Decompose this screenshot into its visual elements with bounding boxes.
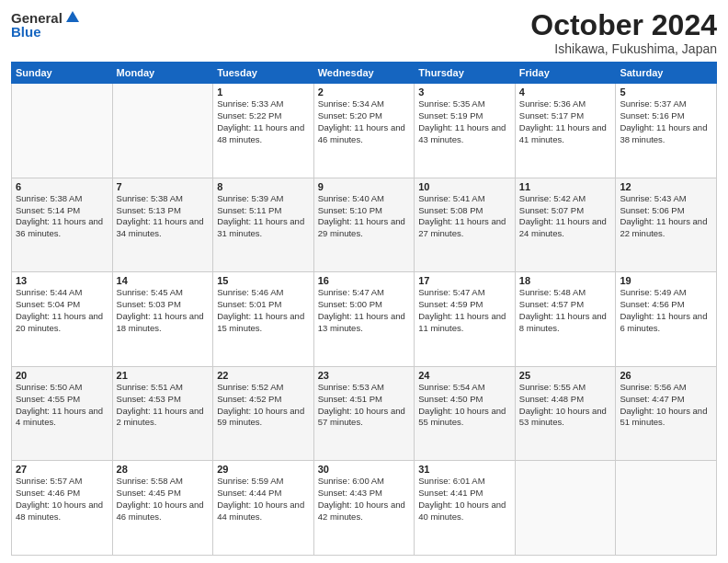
calendar-cell: 24 Sunrise: 5:54 AMSunset: 4:50 PMDaylig… (415, 366, 516, 461)
day-number: 7 (117, 181, 210, 192)
cell-info: Sunrise: 5:37 AMSunset: 5:16 PMDaylight:… (620, 98, 707, 144)
day-number: 3 (418, 86, 511, 98)
cell-info: Sunrise: 5:41 AMSunset: 5:08 PMDaylight:… (418, 193, 506, 238)
calendar-cell: 31 Sunrise: 6:01 AMSunset: 4:41 PMDaylig… (415, 461, 516, 556)
cell-info: Sunrise: 5:51 AMSunset: 4:53 PMDaylight:… (117, 382, 204, 427)
day-number: 6 (16, 181, 108, 192)
day-number: 1 (217, 86, 310, 98)
cell-info: Sunrise: 5:54 AMSunset: 4:50 PMDaylight:… (418, 382, 506, 427)
calendar-cell: 7 Sunrise: 5:38 AMSunset: 5:13 PMDayligh… (112, 178, 213, 272)
cell-info: Sunrise: 5:46 AMSunset: 5:01 PMDaylight:… (217, 287, 304, 332)
day-number: 14 (117, 275, 210, 286)
day-number: 19 (620, 275, 712, 286)
calendar-cell (12, 84, 113, 178)
day-number: 24 (418, 370, 511, 381)
cell-info: Sunrise: 5:44 AMSunset: 5:04 PMDaylight:… (16, 287, 103, 332)
cell-info: Sunrise: 5:45 AMSunset: 5:03 PMDaylight:… (117, 287, 204, 332)
calendar-cell: 10 Sunrise: 5:41 AMSunset: 5:08 PMDaylig… (415, 178, 516, 272)
calendar-cell: 5 Sunrise: 5:37 AMSunset: 5:16 PMDayligh… (616, 84, 717, 178)
cell-info: Sunrise: 5:59 AMSunset: 4:44 PMDaylight:… (217, 476, 304, 521)
day-number: 27 (16, 464, 108, 475)
cell-info: Sunrise: 5:39 AMSunset: 5:11 PMDaylight:… (217, 193, 304, 238)
calendar-week-row: 27 Sunrise: 5:57 AMSunset: 4:46 PMDaylig… (12, 461, 717, 556)
day-number: 21 (117, 370, 210, 381)
cell-info: Sunrise: 5:48 AMSunset: 4:57 PMDaylight:… (519, 287, 607, 332)
cell-info: Sunrise: 5:34 AMSunset: 5:20 PMDaylight:… (318, 98, 405, 144)
calendar-cell (112, 84, 213, 178)
cell-info: Sunrise: 5:49 AMSunset: 4:56 PMDaylight:… (620, 287, 707, 332)
logo-general: General (11, 10, 63, 26)
day-number: 11 (519, 181, 612, 192)
cell-info: Sunrise: 6:01 AMSunset: 4:41 PMDaylight:… (418, 476, 506, 521)
cell-info: Sunrise: 5:38 AMSunset: 5:14 PMDaylight:… (16, 193, 103, 238)
day-number: 4 (519, 86, 612, 98)
calendar-cell: 13 Sunrise: 5:44 AMSunset: 5:04 PMDaylig… (12, 272, 113, 367)
cell-info: Sunrise: 5:42 AMSunset: 5:07 PMDaylight:… (519, 193, 607, 238)
day-number: 29 (217, 464, 310, 475)
day-number: 17 (418, 275, 511, 286)
calendar-cell: 19 Sunrise: 5:49 AMSunset: 4:56 PMDaylig… (616, 272, 717, 367)
cell-info: Sunrise: 5:57 AMSunset: 4:46 PMDaylight:… (16, 476, 103, 521)
calendar-cell: 3 Sunrise: 5:35 AMSunset: 5:19 PMDayligh… (415, 84, 516, 178)
weekday-header-monday: Monday (112, 63, 213, 84)
calendar-table: SundayMondayTuesdayWednesdayThursdayFrid… (11, 62, 717, 556)
day-number: 16 (318, 275, 411, 286)
logo-icon (64, 9, 81, 26)
cell-info: Sunrise: 5:47 AMSunset: 4:59 PMDaylight:… (418, 287, 506, 332)
weekday-header-wednesday: Wednesday (313, 63, 415, 84)
day-number: 8 (217, 181, 310, 192)
calendar-cell: 30 Sunrise: 6:00 AMSunset: 4:43 PMDaylig… (313, 461, 415, 556)
day-number: 31 (418, 464, 511, 475)
calendar-week-row: 6 Sunrise: 5:38 AMSunset: 5:14 PMDayligh… (12, 178, 717, 272)
day-number: 5 (620, 86, 712, 98)
day-number: 18 (519, 275, 612, 286)
calendar-cell: 26 Sunrise: 5:56 AMSunset: 4:47 PMDaylig… (616, 366, 717, 461)
day-number: 26 (620, 370, 712, 381)
calendar-week-row: 13 Sunrise: 5:44 AMSunset: 5:04 PMDaylig… (12, 272, 717, 367)
calendar-cell: 9 Sunrise: 5:40 AMSunset: 5:10 PMDayligh… (313, 178, 415, 272)
calendar-week-row: 20 Sunrise: 5:50 AMSunset: 4:55 PMDaylig… (12, 366, 717, 461)
calendar-cell: 27 Sunrise: 5:57 AMSunset: 4:46 PMDaylig… (12, 461, 113, 556)
calendar-cell: 6 Sunrise: 5:38 AMSunset: 5:14 PMDayligh… (12, 178, 113, 272)
cell-info: Sunrise: 5:35 AMSunset: 5:19 PMDaylight:… (418, 98, 506, 144)
cell-info: Sunrise: 5:55 AMSunset: 4:48 PMDaylight:… (519, 382, 607, 427)
calendar-cell: 12 Sunrise: 5:43 AMSunset: 5:06 PMDaylig… (616, 178, 717, 272)
header-right: October 2024 Ishikawa, Fukushima, Japan (530, 9, 717, 56)
calendar-cell (616, 461, 717, 556)
day-number: 15 (217, 275, 310, 286)
weekday-header-tuesday: Tuesday (213, 63, 314, 84)
calendar-cell: 2 Sunrise: 5:34 AMSunset: 5:20 PMDayligh… (313, 84, 415, 178)
month-title: October 2024 (530, 9, 717, 41)
calendar-cell: 17 Sunrise: 5:47 AMSunset: 4:59 PMDaylig… (415, 272, 516, 367)
calendar-cell: 16 Sunrise: 5:47 AMSunset: 5:00 PMDaylig… (313, 272, 415, 367)
calendar-cell: 1 Sunrise: 5:33 AMSunset: 5:22 PMDayligh… (213, 84, 314, 178)
cell-info: Sunrise: 5:47 AMSunset: 5:00 PMDaylight:… (318, 287, 405, 332)
cell-info: Sunrise: 5:36 AMSunset: 5:17 PMDaylight:… (519, 98, 607, 144)
calendar-cell: 23 Sunrise: 5:53 AMSunset: 4:51 PMDaylig… (313, 366, 415, 461)
calendar-cell: 20 Sunrise: 5:50 AMSunset: 4:55 PMDaylig… (12, 366, 113, 461)
calendar-cell: 4 Sunrise: 5:36 AMSunset: 5:17 PMDayligh… (515, 84, 616, 178)
day-number: 28 (117, 464, 210, 475)
weekday-header-saturday: Saturday (616, 63, 717, 84)
calendar-week-row: 1 Sunrise: 5:33 AMSunset: 5:22 PMDayligh… (12, 84, 717, 178)
cell-info: Sunrise: 5:52 AMSunset: 4:52 PMDaylight:… (217, 382, 304, 427)
weekday-header-friday: Friday (515, 63, 616, 84)
day-number: 22 (217, 370, 310, 381)
day-number: 20 (16, 370, 108, 381)
cell-info: Sunrise: 5:33 AMSunset: 5:22 PMDaylight:… (217, 98, 304, 144)
calendar-cell (515, 461, 616, 556)
weekday-header-sunday: Sunday (12, 63, 113, 84)
day-number: 30 (318, 464, 411, 475)
calendar-cell: 8 Sunrise: 5:39 AMSunset: 5:11 PMDayligh… (213, 178, 314, 272)
day-number: 25 (519, 370, 612, 381)
day-number: 2 (318, 86, 411, 98)
cell-info: Sunrise: 5:43 AMSunset: 5:06 PMDaylight:… (620, 193, 707, 238)
cell-info: Sunrise: 5:50 AMSunset: 4:55 PMDaylight:… (16, 382, 103, 427)
cell-info: Sunrise: 5:40 AMSunset: 5:10 PMDaylight:… (318, 193, 405, 238)
logo: General Blue (11, 9, 81, 40)
calendar-cell: 28 Sunrise: 5:58 AMSunset: 4:45 PMDaylig… (112, 461, 213, 556)
day-number: 12 (620, 181, 712, 192)
calendar-cell: 22 Sunrise: 5:52 AMSunset: 4:52 PMDaylig… (213, 366, 314, 461)
calendar-cell: 18 Sunrise: 5:48 AMSunset: 4:57 PMDaylig… (515, 272, 616, 367)
page-header: General Blue October 2024 Ishikawa, Fuku… (11, 9, 717, 56)
